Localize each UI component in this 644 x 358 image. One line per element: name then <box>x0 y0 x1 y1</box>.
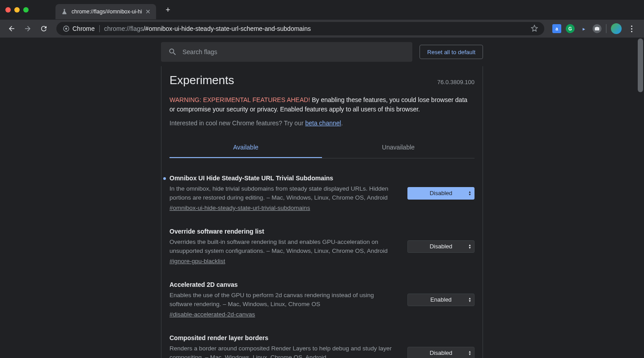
search-input[interactable] <box>182 48 405 55</box>
tab-unavailable[interactable]: Unavailable <box>322 137 475 158</box>
profile-avatar[interactable] <box>611 23 622 34</box>
flag-state-value: Disabled <box>430 349 453 356</box>
forward-button[interactable] <box>21 21 35 36</box>
page-title: Experiments <box>169 73 234 87</box>
svg-point-1 <box>65 28 68 30</box>
scrollbar-thumb[interactable] <box>638 38 643 92</box>
flag-title: Accelerated 2D canvas <box>169 281 397 288</box>
flag-entry: Omnibox UI Hide Steady-State URL Trivial… <box>169 175 475 212</box>
search-flags-field[interactable] <box>161 42 412 62</box>
extension-camera-icon[interactable] <box>593 24 602 33</box>
flag-state-value: Disabled <box>430 243 453 250</box>
window-minimize-button[interactable] <box>14 7 20 13</box>
omnibox-divider <box>99 25 100 32</box>
select-arrows-icon: ▲▼ <box>468 297 471 303</box>
browser-menu-button[interactable] <box>626 26 637 32</box>
flag-title: Composited render layer borders <box>169 334 397 341</box>
flag-hash-link[interactable]: #omnibox-ui-hide-steady-state-url-trivia… <box>169 205 310 211</box>
flag-title: Omnibox UI Hide Steady-State URL Trivial… <box>169 175 397 182</box>
extension-icons: a G ▸ <box>552 23 637 34</box>
search-icon <box>168 47 177 56</box>
extension-icon-3[interactable]: ▸ <box>579 24 588 33</box>
flag-description: Renders a border around composited Rende… <box>169 344 397 358</box>
browser-tab[interactable]: chrome://flags/#omnibox-ui-hi ✕ <box>55 4 156 19</box>
flag-hash-link[interactable]: #disable-accelerated-2d-canvas <box>169 311 255 318</box>
select-arrows-icon: ▲▼ <box>468 244 471 249</box>
url-text: chrome://flags/#omnibox-ui-hide-steady-s… <box>104 25 311 32</box>
window-titlebar: chrome://flags/#omnibox-ui-hi ✕ + <box>0 0 644 20</box>
new-tab-button[interactable]: + <box>161 4 174 16</box>
extension-grammarly-icon[interactable]: G <box>566 24 575 33</box>
toolbar-divider <box>606 24 606 33</box>
beta-channel-link[interactable]: beta channel <box>305 119 341 127</box>
flag-state-select[interactable]: Enabled▲▼ <box>407 294 475 306</box>
flag-entry: Accelerated 2D canvasEnables the use of … <box>169 281 475 318</box>
page-viewport: Reset all to default Experiments 76.0.38… <box>0 38 644 358</box>
flags-tabs: Available Unavailable <box>169 137 475 158</box>
flag-hash-link[interactable]: #ignore-gpu-blacklist <box>169 258 225 264</box>
chrome-icon <box>63 25 70 32</box>
flag-entry: Override software rendering listOverride… <box>169 228 475 265</box>
tab-favicon-flask-icon <box>61 8 68 15</box>
flag-title: Override software rendering list <box>169 228 397 235</box>
beta-channel-text: Interested in cool new Chrome features? … <box>169 119 475 127</box>
traffic-lights <box>5 7 29 13</box>
flag-description: Enables the use of the GPU to perform 2d… <box>169 291 397 308</box>
flag-state-select[interactable]: Disabled▲▼ <box>407 187 475 200</box>
flag-state-value: Enabled <box>430 296 452 303</box>
flag-entry: Composited render layer bordersRenders a… <box>169 334 475 358</box>
tab-available[interactable]: Available <box>169 137 322 158</box>
flag-state-select[interactable]: Disabled▲▼ <box>407 347 475 358</box>
browser-toolbar: Chrome chrome://flags/#omnibox-ui-hide-s… <box>0 20 644 38</box>
extension-icon-1[interactable]: a <box>552 24 561 33</box>
back-button[interactable] <box>4 21 19 36</box>
reload-button[interactable] <box>37 21 51 36</box>
security-label: Chrome <box>72 25 95 32</box>
flag-state-value: Disabled <box>430 190 453 196</box>
flag-description: Overrides the built-in software renderin… <box>169 238 397 255</box>
bookmark-star-icon[interactable] <box>531 25 538 33</box>
modified-dot-icon <box>163 177 166 180</box>
tab-close-button[interactable]: ✕ <box>145 8 151 15</box>
chrome-version: 76.0.3809.100 <box>437 79 475 85</box>
flag-description: In the omnibox, hide trivial subdomains … <box>169 184 397 202</box>
select-arrows-icon: ▲▼ <box>468 191 471 196</box>
security-chip[interactable]: Chrome <box>63 25 95 32</box>
select-arrows-icon: ▲▼ <box>468 350 471 356</box>
window-maximize-button[interactable] <box>23 7 29 13</box>
tab-title: chrome://flags/#omnibox-ui-hi <box>72 9 142 15</box>
flag-state-select[interactable]: Disabled▲▼ <box>407 240 475 253</box>
window-close-button[interactable] <box>5 7 11 13</box>
address-bar[interactable]: Chrome chrome://flags/#omnibox-ui-hide-s… <box>56 22 544 35</box>
reset-all-button[interactable]: Reset all to default <box>419 45 483 59</box>
warning-text: WARNING: EXPERIMENTAL FEATURES AHEAD! By… <box>169 95 475 114</box>
